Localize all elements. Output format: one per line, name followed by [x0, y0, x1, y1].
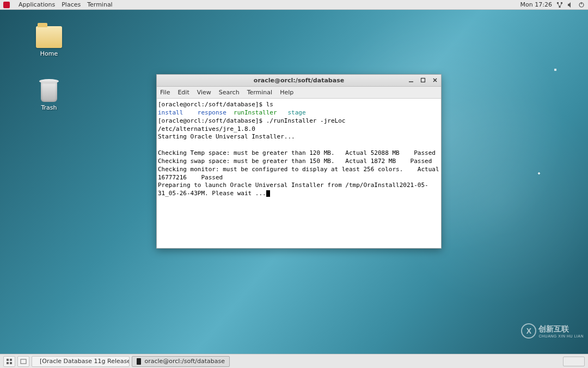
svg-rect-13: [21, 359, 26, 364]
desktop-icon-trash[interactable]: Trash: [30, 78, 68, 111]
maximize-button[interactable]: [419, 76, 427, 84]
taskbar-item-terminal[interactable]: oracle@orcl:/soft/database: [132, 356, 230, 367]
taskbar-item-oracle-installer[interactable]: [Oracle Database 11g Release 2 Inst...: [32, 356, 130, 367]
watermark: X 创新互联 CHUANG XIN HU LIAN: [521, 323, 584, 339]
workspace-switcher[interactable]: [563, 357, 585, 366]
minimize-button[interactable]: [407, 76, 415, 84]
ls-output: runInstaller: [234, 109, 277, 116]
output-line: Starting Oracle Universal Installer...: [158, 133, 295, 140]
svg-rect-0: [557, 2, 559, 4]
ls-output: stage: [287, 109, 305, 116]
desktop-icon-label: Home: [30, 50, 68, 57]
svg-rect-9: [7, 359, 9, 361]
window-list-button[interactable]: [17, 356, 29, 367]
output-line: Checking Temp space: must be greater tha…: [158, 149, 436, 156]
ls-output: response: [198, 109, 226, 116]
desktop-icon-label: Trash: [30, 104, 68, 111]
taskbar-item-label: oracle@orcl:/soft/database: [144, 358, 225, 365]
svg-rect-10: [10, 359, 12, 361]
desktop[interactable]: Home Trash oracle@orcl:/soft/database Fi…: [0, 10, 588, 354]
menu-edit[interactable]: Edit: [177, 89, 189, 96]
show-desktop-button[interactable]: [3, 356, 15, 367]
menu-applications[interactable]: Applications: [19, 1, 55, 8]
menu-terminal[interactable]: Terminal: [87, 1, 113, 8]
volume-icon[interactable]: [567, 2, 574, 8]
output-line: Preparing to launch Oracle Universal Ins…: [158, 182, 428, 197]
prompt: [oracle@orcl:/soft/database]$: [158, 117, 266, 124]
svg-rect-6: [421, 79, 425, 82]
menu-file[interactable]: File: [160, 89, 170, 96]
folder-icon: [36, 26, 62, 48]
menu-places[interactable]: Places: [62, 1, 81, 8]
menu-help[interactable]: Help: [280, 89, 293, 96]
watermark-brand: 创新互联: [538, 324, 584, 334]
ls-output: install: [158, 109, 183, 116]
trash-icon: [38, 78, 60, 102]
top-panel: Applications Places Terminal Mon 17:26: [0, 0, 588, 10]
taskbar-item-label: [Oracle Database 11g Release 2 Inst...: [40, 358, 130, 365]
menu-terminal-menu[interactable]: Terminal: [247, 89, 273, 96]
terminal-window[interactable]: oracle@orcl:/soft/database File Edit Vie…: [156, 74, 442, 249]
svg-rect-12: [10, 362, 12, 364]
window-title: oracle@orcl:/soft/database: [254, 77, 344, 84]
terminal-icon: [137, 358, 141, 365]
power-icon[interactable]: [578, 2, 585, 8]
prompt: [oracle@orcl:/soft/database]$: [158, 101, 266, 108]
menu-search[interactable]: Search: [219, 89, 240, 96]
output-line: Checking monitor: must be configured to …: [158, 166, 441, 181]
svg-rect-11: [7, 362, 9, 364]
close-button[interactable]: [431, 76, 439, 84]
distro-icon: [3, 2, 10, 8]
terminal-body[interactable]: [oracle@orcl:/soft/database]$ ls install…: [157, 99, 441, 248]
titlebar[interactable]: oracle@orcl:/soft/database: [157, 75, 441, 87]
watermark-logo-icon: X: [521, 323, 536, 339]
watermark-sub: CHUANG XIN HU LIAN: [538, 334, 584, 338]
svg-rect-1: [561, 2, 562, 4]
menu-view[interactable]: View: [197, 89, 211, 96]
desktop-icon-home[interactable]: Home: [30, 26, 68, 57]
command: ls: [266, 101, 273, 108]
network-icon[interactable]: [556, 2, 563, 8]
taskbar: [Oracle Database 11g Release 2 Inst... o…: [0, 354, 588, 368]
clock[interactable]: Mon 17:26: [520, 1, 552, 8]
terminal-menubar: File Edit View Search Terminal Help: [157, 87, 441, 99]
output-line: Checking swap space: must be greater tha…: [158, 158, 432, 165]
cursor: [266, 190, 270, 197]
